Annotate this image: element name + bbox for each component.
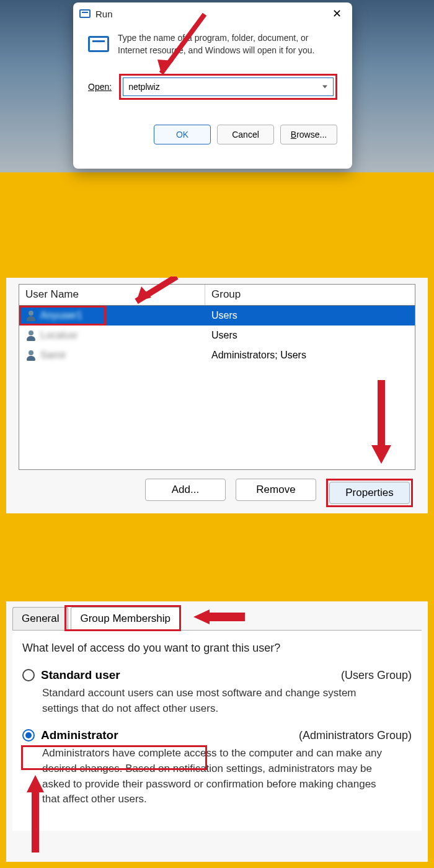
username-cell: Anyuser1: [40, 310, 82, 321]
users-table: User Name Group Anyuser1 Users Localusr …: [19, 284, 415, 470]
properties-button[interactable]: Properties: [329, 482, 410, 504]
user-icon: [25, 310, 37, 321]
tab-group-membership[interactable]: Group Membership: [71, 607, 180, 630]
run-dialog: Run ✕ Type the name of a program, folder…: [73, 2, 352, 169]
user-icon: [25, 350, 37, 361]
standard-user-desc: Standard account users can use most soft…: [42, 686, 389, 716]
username-cell: Samir: [40, 350, 66, 361]
user-accounts-panel: User Name Group Anyuser1 Users Localusr …: [6, 278, 428, 513]
col-header-group[interactable]: Group: [205, 285, 415, 305]
group-cell: Users: [205, 308, 415, 324]
run-app-icon: [79, 9, 91, 18]
tabs: General Group Membership: [6, 601, 428, 630]
group-cell: Users: [205, 327, 415, 343]
open-label: Open:: [88, 82, 112, 92]
properties-highlight: Properties: [326, 479, 413, 507]
ok-button[interactable]: OK: [154, 125, 211, 144]
option-standard-user[interactable]: Standard user (Users Group) Standard acc…: [22, 668, 412, 716]
administrator-group: (Administrators Group): [299, 729, 412, 742]
tab-content: What level of access do you want to gran…: [12, 630, 422, 831]
user-icon: [25, 330, 37, 341]
standard-user-group: (Users Group): [341, 669, 412, 682]
username-cell: Localusr: [40, 330, 78, 341]
add-user-button[interactable]: Add...: [145, 479, 226, 501]
remove-user-button[interactable]: Remove: [236, 479, 316, 501]
administrator-desc: Administrators have complete access to t…: [42, 746, 389, 807]
desktop-background: Run ✕ Type the name of a program, folder…: [0, 0, 434, 172]
table-row[interactable]: Samir Administrators; Users: [19, 345, 415, 365]
run-message: Type the name of a program, folder, docu…: [118, 32, 337, 56]
tab-general[interactable]: General: [12, 607, 68, 630]
browse-button[interactable]: Browse...: [280, 125, 337, 144]
table-row[interactable]: Localusr Users: [19, 326, 415, 345]
option-administrator[interactable]: Administrator (Administrators Group) Adm…: [22, 728, 412, 807]
radio-standard[interactable]: [22, 669, 35, 681]
open-input-highlight: [119, 74, 337, 100]
cancel-button[interactable]: Cancel: [217, 125, 274, 144]
group-cell: Administrators; Users: [205, 347, 415, 363]
radio-administrator[interactable]: [22, 729, 35, 742]
table-row[interactable]: Anyuser1 Users: [19, 306, 415, 326]
administrator-label: Administrator: [41, 728, 118, 742]
standard-user-label: Standard user: [41, 668, 120, 682]
access-question: What level of access do you want to gran…: [22, 642, 412, 655]
col-header-username[interactable]: User Name: [19, 285, 205, 305]
close-icon[interactable]: ✕: [327, 7, 346, 20]
user-properties-panel: General Group Membership What level of a…: [6, 601, 428, 862]
table-header: User Name Group: [19, 285, 415, 306]
run-large-icon: [88, 36, 109, 52]
run-title: Run: [95, 9, 113, 19]
open-input[interactable]: [123, 78, 334, 96]
run-titlebar: Run ✕: [73, 2, 352, 25]
